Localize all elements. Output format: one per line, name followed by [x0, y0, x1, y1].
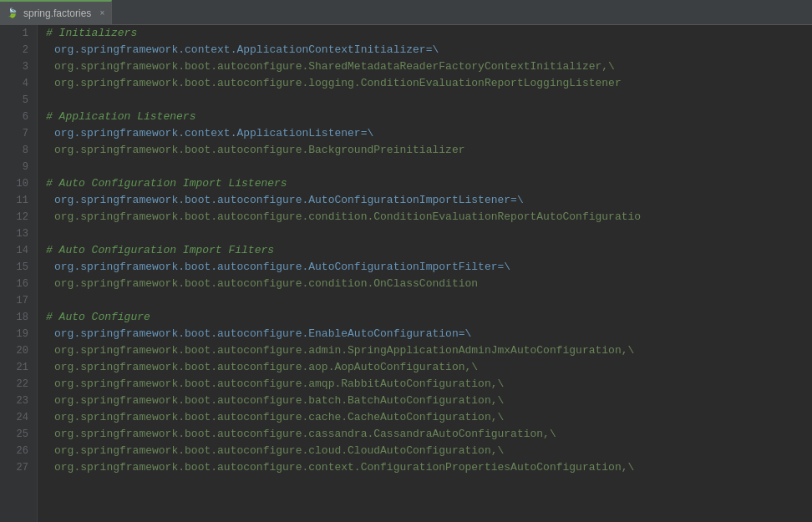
line-number: 22 — [7, 376, 28, 393]
code-line — [46, 92, 812, 109]
spring-leaf-icon: 🍃 — [7, 8, 18, 18]
code-line: org.springframework.boot.autoconfigure.c… — [46, 443, 812, 459]
code-line: # Initializers — [46, 25, 812, 42]
line-number: 1 — [7, 25, 28, 42]
line-number: 19 — [7, 326, 28, 342]
line-number: 27 — [7, 459, 28, 476]
line-number: 12 — [7, 209, 28, 226]
code-line: org.springframework.boot.autoconfigure.a… — [46, 342, 812, 359]
code-line: org.springframework.context.ApplicationC… — [46, 42, 812, 58]
line-number: 14 — [7, 242, 28, 259]
code-content[interactable]: # Initializersorg.springframework.contex… — [38, 25, 812, 522]
line-number: 10 — [7, 175, 28, 192]
editor-area: 1234567891011121314151617181920212223242… — [0, 25, 812, 522]
line-number: 4 — [7, 75, 28, 92]
line-numbers-gutter: 1234567891011121314151617181920212223242… — [0, 25, 38, 522]
code-line: org.springframework.boot.autoconfigure.c… — [46, 276, 812, 292]
line-number: 13 — [7, 226, 28, 242]
line-number: 24 — [7, 409, 28, 426]
tab-bar: 🍃 spring.factories × — [0, 0, 812, 25]
code-line: org.springframework.boot.autoconfigure.A… — [46, 192, 812, 209]
code-line: org.springframework.boot.autoconfigure.b… — [46, 393, 812, 409]
code-line: org.springframework.boot.autoconfigure.S… — [46, 58, 812, 75]
line-number: 18 — [7, 309, 28, 326]
code-line — [46, 159, 812, 175]
code-line: org.springframework.boot.autoconfigure.l… — [46, 75, 812, 92]
line-number: 2 — [7, 42, 28, 58]
code-line: org.springframework.boot.autoconfigure.a… — [46, 359, 812, 376]
line-number: 16 — [7, 276, 28, 292]
code-line: # Auto Configuration Import Filters — [46, 242, 812, 259]
line-number: 20 — [7, 342, 28, 359]
code-line: org.springframework.boot.autoconfigure.c… — [46, 459, 812, 476]
line-number: 26 — [7, 443, 28, 459]
code-line: # Auto Configure — [46, 309, 812, 326]
line-number: 3 — [7, 58, 28, 75]
line-number: 9 — [7, 159, 28, 175]
code-line: org.springframework.context.ApplicationL… — [46, 125, 812, 142]
code-line — [46, 226, 812, 242]
code-line: org.springframework.boot.autoconfigure.a… — [46, 376, 812, 393]
line-number: 17 — [7, 292, 28, 309]
code-line: # Auto Configuration Import Listeners — [46, 175, 812, 192]
tab-spring-factories[interactable]: 🍃 spring.factories × — [0, 0, 112, 25]
line-number: 7 — [7, 125, 28, 142]
line-number: 23 — [7, 393, 28, 409]
line-number: 21 — [7, 359, 28, 376]
line-number: 15 — [7, 259, 28, 276]
line-number: 5 — [7, 92, 28, 109]
line-number: 6 — [7, 109, 28, 125]
line-number: 8 — [7, 142, 28, 159]
code-line: org.springframework.boot.autoconfigure.E… — [46, 326, 812, 342]
line-number: 25 — [7, 426, 28, 443]
tab-label: spring.factories — [23, 8, 91, 19]
line-number: 11 — [7, 192, 28, 209]
code-line: org.springframework.boot.autoconfigure.c… — [46, 409, 812, 426]
code-line — [46, 292, 812, 309]
tab-close-button[interactable]: × — [99, 8, 104, 18]
code-line: org.springframework.boot.autoconfigure.B… — [46, 142, 812, 159]
code-line: org.springframework.boot.autoconfigure.c… — [46, 209, 812, 226]
code-line: # Application Listeners — [46, 109, 812, 125]
code-line: org.springframework.boot.autoconfigure.A… — [46, 259, 812, 276]
code-line: org.springframework.boot.autoconfigure.c… — [46, 426, 812, 443]
